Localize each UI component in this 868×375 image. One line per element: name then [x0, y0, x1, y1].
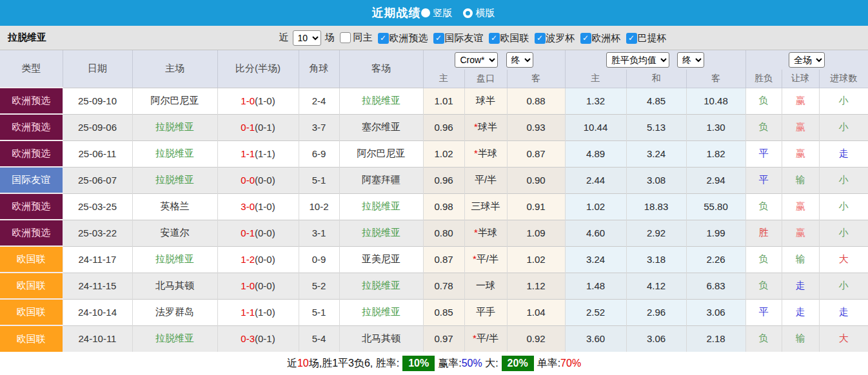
- avg-home-cell: 2.44: [565, 167, 626, 193]
- scope-select[interactable]: 全场: [789, 52, 825, 68]
- competition-type-cell: 欧洲预选: [0, 220, 63, 246]
- match-count-select[interactable]: 10: [293, 30, 321, 46]
- avg-draw-cell: 18.83: [626, 193, 686, 220]
- score-cell: 0-3(0-1): [217, 325, 299, 352]
- same-home-label[interactable]: 同主: [353, 32, 373, 44]
- competition-label[interactable]: 巴提杯: [638, 32, 667, 44]
- corner-cell: 3-1: [299, 220, 339, 246]
- date-cell: 24-10-11: [63, 325, 132, 352]
- competition-filter-item[interactable]: ✓欧国联: [484, 32, 529, 44]
- goals-result-cell: 大: [819, 246, 868, 273]
- single-rate-label: 单率:: [537, 357, 560, 370]
- horizontal-layout-radio[interactable]: [463, 8, 473, 18]
- competition-checkbox[interactable]: ✓: [489, 33, 500, 44]
- competition-filter-list: ✓欧洲预选✓国际友谊✓欧国联✓波罗杯✓欧洲杯✓巴提杯: [373, 32, 667, 44]
- score-cell: 1-1(1-1): [217, 140, 299, 167]
- bookmaker-select[interactable]: Crow*: [455, 52, 498, 68]
- match-row: 欧国联24-11-15北马其顿1-0(0-0)5-2拉脱维亚0.78一球1.12…: [0, 273, 868, 299]
- sub-header-handicap: 盘口: [464, 70, 507, 88]
- competition-type-cell: 欧洲预选: [0, 193, 63, 220]
- handicap-result-cell: 走: [782, 273, 819, 299]
- col-header-type: 类型: [0, 50, 63, 88]
- goals-result-cell: 走: [819, 299, 868, 325]
- bookmaker-state-select[interactable]: 终: [506, 52, 533, 68]
- match-rows: 欧洲预选25-09-10阿尔巴尼亚1-0(1-0)2-4拉脱维亚1.01球半0.…: [0, 88, 868, 352]
- avg-draw-cell: 3.18: [626, 246, 686, 273]
- avg-select[interactable]: 胜平负均值: [606, 52, 669, 68]
- avg-home-cell: 3.24: [565, 246, 626, 273]
- avg-home-cell: 4.60: [565, 220, 626, 246]
- competition-checkbox[interactable]: ✓: [580, 33, 591, 44]
- avg-draw-cell: 3.06: [626, 325, 686, 352]
- crow-home-odds-cell: 0.87: [423, 246, 464, 273]
- same-home-checkbox[interactable]: [340, 32, 351, 43]
- avg-away-cell: 3.06: [686, 299, 745, 325]
- competition-filter-item[interactable]: ✓欧洲杯: [575, 32, 621, 44]
- home-team-cell: 英格兰: [132, 193, 217, 220]
- competition-label[interactable]: 欧国联: [500, 32, 529, 44]
- competition-label[interactable]: 欧洲预选: [390, 32, 428, 44]
- match-row: 欧洲预选25-03-22安道尔0-1(0-0)3-1拉脱维亚0.80*半球1.0…: [0, 220, 868, 246]
- away-team-cell: 拉脱维亚: [339, 193, 423, 220]
- competition-label[interactable]: 欧洲杯: [592, 32, 621, 44]
- sub-header-winloss: 胜负: [745, 70, 782, 88]
- matches-label: 场: [325, 32, 335, 44]
- avg-away-cell: 2.26: [686, 246, 745, 273]
- goals-result-cell: 走: [819, 140, 868, 167]
- competition-filter-item[interactable]: ✓巴提杯: [621, 32, 667, 44]
- competition-filter-item[interactable]: ✓波罗杯: [529, 32, 575, 44]
- avg-home-cell: 10.44: [565, 114, 626, 140]
- avg-home-cell: 1.32: [565, 88, 626, 114]
- home-team-cell: 拉脱维亚: [132, 140, 217, 167]
- home-team-cell: 拉脱维亚: [132, 246, 217, 273]
- avg-home-cell: 4.89: [565, 140, 626, 167]
- crow-away-odds-cell: 1.12: [507, 273, 565, 299]
- summary-middle: 场,胜1平3负6, 胜率:: [309, 357, 399, 370]
- sub-header-crow-home: 主: [423, 70, 464, 88]
- competition-checkbox[interactable]: ✓: [626, 33, 637, 44]
- handicap-result-cell: 赢: [782, 88, 819, 114]
- winloss-result-cell: 胜: [745, 220, 782, 246]
- crow-home-odds-cell: 0.80: [423, 220, 464, 246]
- date-cell: 25-03-25: [63, 193, 132, 220]
- date-cell: 25-09-10: [63, 88, 132, 114]
- match-row: 欧洲预选25-09-06拉脱维亚0-1(0-1)3-7塞尔维亚0.96*球半0.…: [0, 114, 868, 140]
- horizontal-layout-label[interactable]: 横版: [476, 7, 495, 19]
- handicap-result-cell: 赢: [782, 140, 819, 167]
- corner-cell: 0-9: [299, 246, 339, 273]
- competition-checkbox[interactable]: ✓: [433, 33, 444, 44]
- sub-header-crow-away: 客: [507, 70, 565, 88]
- competition-label[interactable]: 波罗杯: [546, 32, 575, 44]
- competition-checkbox[interactable]: ✓: [535, 33, 546, 44]
- summary-count: 10: [297, 358, 309, 369]
- col-header-score: 比分(半场): [217, 50, 299, 88]
- competition-type-cell: 欧国联: [0, 246, 63, 273]
- date-cell: 25-09-06: [63, 114, 132, 140]
- home-team-cell: 拉脱维亚: [132, 167, 217, 193]
- vertical-layout-label[interactable]: 竖版: [433, 7, 453, 19]
- avg-draw-cell: 5.13: [626, 114, 686, 140]
- winloss-result-cell: 负: [745, 193, 782, 220]
- sub-header-avg-away: 客: [686, 70, 745, 88]
- team-name: 拉脱维亚: [8, 32, 46, 44]
- away-team-cell: 亚美尼亚: [339, 246, 423, 273]
- corner-cell: 3-7: [299, 114, 339, 140]
- winloss-result-cell: 平: [745, 299, 782, 325]
- competition-filter-item[interactable]: ✓欧洲预选: [373, 32, 428, 44]
- avg-state-select[interactable]: 终: [677, 52, 704, 68]
- goals-result-cell: 小: [819, 220, 868, 246]
- crow-home-odds-cell: 1.02: [423, 140, 464, 167]
- handicap-result-cell: 赢: [782, 114, 819, 140]
- handicap-result-cell: 赢: [782, 193, 819, 220]
- crow-home-odds-cell: 0.78: [423, 273, 464, 299]
- competition-label[interactable]: 国际友谊: [445, 32, 484, 44]
- vertical-layout-radio[interactable]: [421, 8, 430, 17]
- handicap-cell: 三球半: [464, 193, 507, 220]
- avg-away-cell: 1.30: [686, 114, 745, 140]
- competition-checkbox[interactable]: ✓: [378, 33, 389, 44]
- competition-filter-item[interactable]: ✓国际友谊: [428, 32, 484, 44]
- title-bar: 近期战绩 竖版 横版: [0, 0, 868, 26]
- corner-cell: 5-1: [299, 299, 339, 325]
- bookmaker-select-group: Crow* 终: [423, 50, 565, 70]
- sub-header-avg-draw: 和: [626, 70, 686, 88]
